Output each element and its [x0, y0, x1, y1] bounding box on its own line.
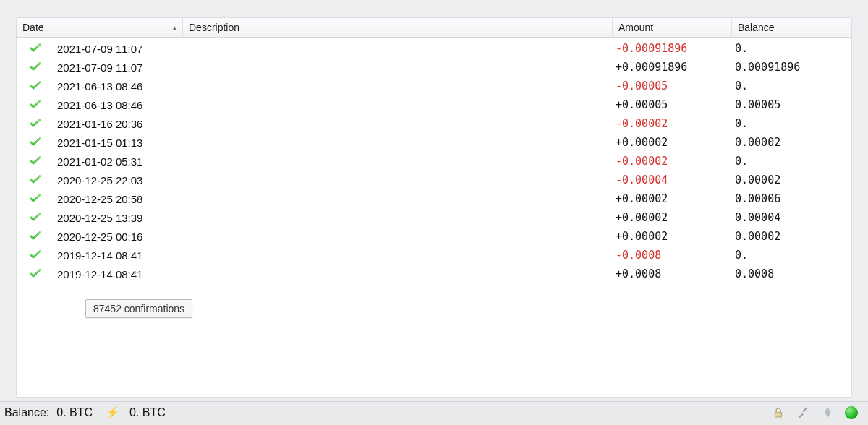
table-row[interactable]: 2021-01-15 01:13+0.000020.00002: [17, 133, 851, 152]
balance-cell: 0.: [729, 117, 848, 130]
balance-value: 0. BTC: [56, 406, 93, 419]
column-header-date[interactable]: Date ▴: [17, 18, 183, 37]
tools-icon[interactable]: [796, 405, 810, 420]
date-cell: 2020-12-25 20:58: [51, 193, 186, 205]
status-icon-cell: [20, 100, 51, 110]
table-row[interactable]: 2020-12-25 13:39+0.000020.00004: [17, 208, 851, 227]
check-icon: [29, 212, 42, 223]
table-row[interactable]: 2021-01-02 05:31-0.000020.: [17, 152, 851, 171]
lock-icon[interactable]: [771, 405, 786, 420]
transactions-panel: Date ▴ Description Amount Balance 2021-0…: [16, 17, 852, 398]
check-icon: [29, 231, 42, 241]
date-cell: 2021-06-13 08:46: [51, 99, 186, 111]
table-row[interactable]: 2020-12-25 00:16+0.000020.00002: [17, 227, 851, 246]
balance-label: Balance:: [4, 406, 49, 419]
date-cell: 2019-12-14 08:41: [51, 249, 186, 262]
table-row[interactable]: 2020-12-25 20:58+0.000020.00006: [17, 189, 851, 208]
status-icon-cell: [20, 62, 51, 72]
table-row[interactable]: 2019-12-14 08:41+0.00080.0008: [17, 265, 851, 283]
date-cell: 2020-12-25 00:16: [51, 231, 186, 243]
table-row[interactable]: 2021-07-09 11:07-0.000918960.: [17, 39, 851, 58]
check-icon: [29, 137, 42, 147]
status-icon-cell: [20, 81, 51, 91]
status-icon-cell: [20, 231, 51, 241]
check-icon: [29, 175, 42, 185]
amount-cell: +0.0008: [610, 267, 729, 280]
check-icon: [29, 62, 42, 72]
date-cell: 2021-07-09 11:07: [51, 61, 186, 74]
balance-cell: 0.: [729, 80, 848, 93]
table-row[interactable]: 2021-01-16 20:36-0.000020.: [17, 114, 851, 133]
check-icon: [29, 81, 42, 91]
confirmations-tooltip: 87452 confirmations: [85, 299, 192, 318]
amount-cell: +0.00002: [610, 136, 729, 149]
amount-cell: -0.00004: [610, 173, 729, 186]
check-icon: [29, 156, 42, 166]
amount-cell: -0.00002: [610, 155, 729, 168]
check-icon: [29, 250, 42, 260]
table-row[interactable]: 2021-06-13 08:46-0.000050.: [17, 77, 851, 95]
date-cell: 2019-12-14 08:41: [51, 268, 186, 280]
column-label: Date: [22, 22, 44, 33]
sort-asc-icon: ▴: [173, 24, 176, 31]
balance-cell: 0.0008: [729, 267, 848, 280]
lightning-icon: ⚡: [106, 406, 119, 419]
date-cell: 2021-01-16 20:36: [51, 118, 186, 130]
amount-cell: +0.00091896: [610, 61, 729, 74]
balance-cell: 0.00005: [729, 98, 848, 111]
amount-cell: +0.00002: [610, 230, 729, 243]
balance-cell: 0.00002: [729, 230, 848, 243]
amount-cell: -0.00002: [610, 117, 729, 130]
check-icon: [29, 119, 42, 129]
table-header: Date ▴ Description Amount Balance: [17, 18, 851, 38]
status-icon-cell: [20, 119, 51, 129]
balance-cell: 0.: [729, 155, 848, 168]
date-cell: 2021-01-02 05:31: [51, 155, 186, 168]
amount-cell: -0.00091896: [610, 42, 729, 55]
balance-cell: 0.: [729, 42, 848, 55]
balance-cell: 0.00002: [729, 136, 848, 149]
amount-cell: +0.00002: [610, 211, 729, 224]
table-row[interactable]: 2020-12-25 22:03-0.000040.00002: [17, 171, 851, 189]
check-icon: [29, 100, 42, 110]
column-header-balance[interactable]: Balance: [732, 18, 851, 37]
check-icon: [29, 43, 42, 53]
table-row[interactable]: 2021-06-13 08:46+0.000050.00005: [17, 95, 851, 114]
check-icon: [29, 194, 42, 204]
column-header-description[interactable]: Description: [183, 18, 613, 37]
table-row[interactable]: 2021-07-09 11:07+0.000918960.00091896: [17, 58, 851, 77]
table-row[interactable]: 2019-12-14 08:41-0.00080.: [17, 246, 851, 265]
column-header-amount[interactable]: Amount: [613, 18, 732, 37]
status-icon-cell: [20, 156, 51, 166]
status-icon-cell: [20, 212, 51, 223]
status-icon-cell: [20, 194, 51, 204]
balance-cell: 0.00002: [729, 173, 848, 186]
seed-icon[interactable]: [820, 405, 835, 420]
column-label: Description: [189, 22, 239, 33]
column-label: Amount: [618, 22, 653, 33]
amount-cell: +0.00002: [610, 192, 729, 205]
balance-cell: 0.00006: [729, 192, 848, 205]
status-icon-cell: [20, 250, 51, 260]
svg-rect-0: [775, 412, 782, 417]
amount-cell: -0.00005: [610, 80, 729, 93]
balance-cell: 0.00091896: [729, 61, 848, 74]
transactions-list[interactable]: 2021-07-09 11:07-0.000918960. 2021-07-09…: [17, 38, 851, 397]
network-status-icon[interactable]: [845, 406, 858, 419]
balance-cell: 0.: [729, 249, 848, 262]
status-icon-cell: [20, 43, 51, 53]
status-icon-cell: [20, 175, 51, 185]
amount-cell: +0.00005: [610, 98, 729, 111]
date-cell: 2021-06-13 08:46: [51, 80, 186, 93]
check-icon: [29, 269, 42, 279]
date-cell: 2021-01-15 01:13: [51, 137, 186, 149]
status-bar: Balance: 0. BTC ⚡ 0. BTC: [0, 401, 868, 425]
lightning-balance-value: 0. BTC: [129, 406, 166, 419]
date-cell: 2020-12-25 22:03: [51, 174, 186, 186]
balance-cell: 0.00004: [729, 211, 848, 224]
status-icon-cell: [20, 269, 51, 279]
date-cell: 2020-12-25 13:39: [51, 212, 186, 224]
status-icon-cell: [20, 137, 51, 147]
date-cell: 2021-07-09 11:07: [51, 43, 186, 55]
column-label: Balance: [738, 22, 775, 33]
